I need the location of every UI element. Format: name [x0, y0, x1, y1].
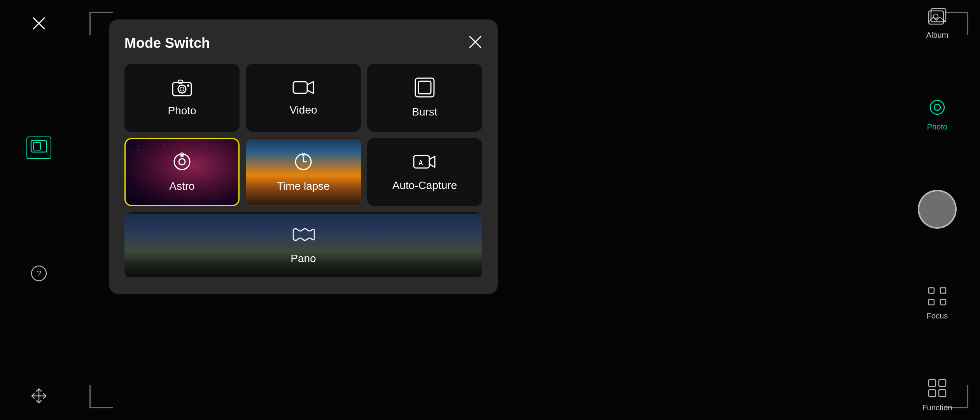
focus-label: Focus — [927, 312, 948, 320]
mode-video-button[interactable]: Video — [246, 64, 361, 132]
svg-rect-10 — [173, 82, 191, 96]
svg-text:A: A — [418, 159, 423, 166]
modal-header: Mode Switch — [124, 35, 482, 51]
svg-text:?: ? — [37, 269, 41, 278]
modal-close-button[interactable] — [468, 35, 482, 51]
shutter-button[interactable] — [918, 190, 957, 229]
svg-point-19 — [179, 159, 185, 165]
function-icon — [928, 379, 947, 401]
close-button[interactable] — [31, 16, 47, 31]
astro-mode-label: Astro — [169, 180, 194, 192]
burst-icon — [415, 77, 435, 100]
left-sidebar: ? — [0, 0, 78, 420]
svg-rect-15 — [293, 82, 307, 93]
svg-point-11 — [178, 85, 186, 93]
mode-astro-button[interactable]: Astro — [124, 138, 240, 206]
svg-rect-40 — [929, 390, 936, 397]
mode-burst-button[interactable]: Burst — [367, 64, 482, 132]
right-sidebar: Album Photo Focus — [894, 0, 980, 420]
burst-mode-label: Burst — [412, 106, 437, 118]
focus-icon — [928, 287, 947, 309]
svg-point-23 — [302, 154, 304, 156]
svg-rect-37 — [940, 299, 946, 305]
svg-point-32 — [930, 100, 944, 114]
photo-icon — [928, 98, 947, 120]
timelapse-icon — [293, 152, 313, 175]
astro-icon — [172, 152, 192, 175]
aspect-ratio-button[interactable] — [26, 136, 51, 159]
svg-point-20 — [181, 154, 183, 156]
timelapse-mode-label: Time lapse — [277, 180, 330, 192]
svg-rect-3 — [33, 142, 40, 150]
sidebar-photo-button[interactable]: Photo — [927, 98, 947, 131]
mode-pano-button[interactable]: Pano — [124, 212, 482, 278]
svg-rect-36 — [929, 299, 934, 305]
mode-grid-bottom: Pano — [124, 212, 482, 278]
svg-rect-39 — [939, 380, 946, 387]
video-mode-label: Video — [289, 104, 317, 116]
mode-photo-button[interactable]: Photo — [124, 64, 240, 132]
photo-sidebar-label: Photo — [927, 122, 947, 131]
pano-icon — [292, 226, 315, 247]
mode-timelapse-button[interactable]: Time lapse — [246, 138, 361, 206]
album-label: Album — [926, 31, 948, 40]
sidebar-function-button[interactable]: Function — [922, 379, 952, 412]
autocapture-mode-label: Auto-Capture — [392, 179, 457, 192]
video-icon — [292, 79, 314, 98]
svg-rect-13 — [178, 80, 183, 83]
photo-mode-label: Photo — [168, 105, 196, 117]
help-button[interactable]: ? — [30, 265, 47, 282]
autocapture-icon: A — [413, 152, 436, 174]
album-icon — [928, 8, 947, 28]
function-label: Function — [922, 403, 952, 412]
svg-rect-34 — [929, 288, 934, 293]
svg-point-12 — [180, 87, 184, 91]
sidebar-album-button[interactable]: Album — [926, 8, 948, 40]
pano-mode-label: Pano — [290, 252, 316, 265]
mode-grid-top: Photo Video Burst — [124, 64, 482, 206]
svg-rect-35 — [940, 288, 946, 293]
svg-rect-17 — [418, 81, 431, 94]
camera-icon — [172, 79, 192, 99]
mode-switch-modal: Mode Switch Photo — [109, 19, 498, 294]
svg-point-14 — [187, 84, 189, 87]
bracket-bottom-left — [89, 385, 113, 408]
move-button[interactable] — [30, 387, 47, 404]
modal-title: Mode Switch — [124, 35, 210, 51]
sidebar-focus-button[interactable]: Focus — [927, 287, 948, 320]
svg-point-33 — [934, 104, 940, 110]
mode-autocapture-button[interactable]: A Auto-Capture — [367, 138, 482, 206]
svg-rect-38 — [929, 380, 936, 387]
svg-rect-41 — [939, 390, 946, 397]
